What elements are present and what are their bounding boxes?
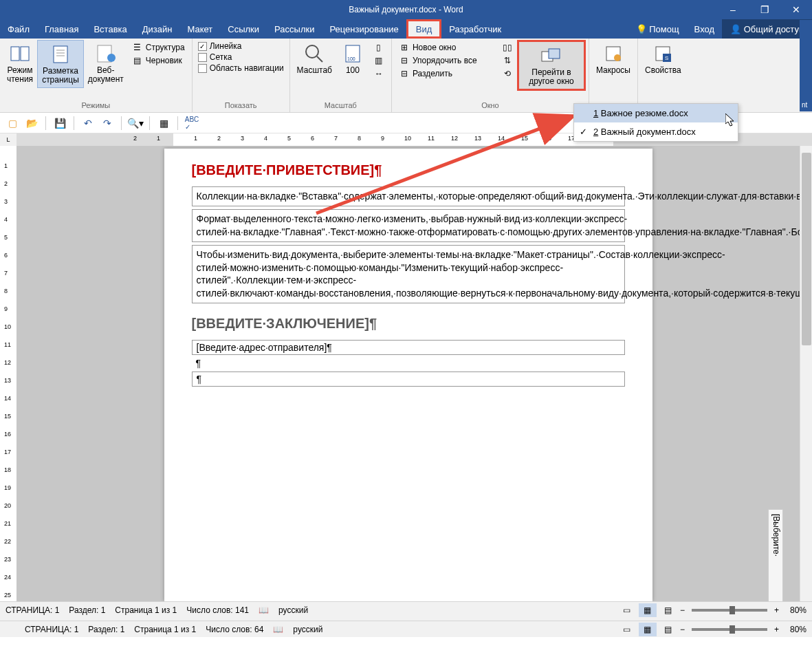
view2-web-button[interactable]: ▤ bbox=[659, 623, 677, 636]
view-web-button[interactable]: ▤ bbox=[659, 603, 677, 617]
menu-login[interactable]: Вход bbox=[687, 19, 722, 39]
qat-new[interactable]: ▢ bbox=[4, 115, 21, 131]
view-print-button[interactable]: ▦ bbox=[639, 603, 657, 617]
zoom-thumb[interactable] bbox=[729, 606, 735, 614]
qat-redo[interactable]: ↷ bbox=[99, 115, 116, 131]
zoom-percent[interactable]: 80% bbox=[790, 605, 806, 615]
menu-mailings[interactable]: Рассылки bbox=[267, 19, 322, 39]
zoom-extra-3[interactable]: ↔ bbox=[372, 67, 386, 80]
sync-icon: ⇅ bbox=[502, 55, 513, 66]
status-section[interactable]: Раздел: 1 bbox=[69, 605, 105, 615]
doc-paragraph-3[interactable]: Чтобы·изменить·вид·документа,·выберите·э… bbox=[192, 245, 625, 304]
reading-mode-button[interactable]: Режим чтения bbox=[3, 40, 37, 87]
zoom2-percent[interactable]: 80% bbox=[790, 625, 806, 634]
structure-button[interactable]: ☰Структура bbox=[131, 41, 186, 54]
view2-read-button[interactable]: ▭ bbox=[618, 623, 636, 636]
switch-window-dropdown: 1 Важное резюме.docx ✓ 2 Важный документ… bbox=[573, 103, 738, 142]
status2-proof-icon[interactable]: 📖 bbox=[273, 625, 283, 634]
svg-rect-13 bbox=[549, 49, 560, 58]
view-read-button[interactable]: ▭ bbox=[618, 603, 636, 617]
zoom-in-button[interactable]: + bbox=[774, 605, 779, 615]
arrange-icon: ⊟ bbox=[399, 55, 410, 66]
dropdown-item-1[interactable]: 1 Важное резюме.docx bbox=[574, 104, 738, 122]
maximize-button[interactable]: ❐ bbox=[749, 0, 780, 19]
zoom-button[interactable]: Масштаб bbox=[293, 40, 336, 78]
split-button[interactable]: ⊟Разделить bbox=[397, 67, 495, 80]
zoom2-out-button[interactable]: − bbox=[680, 625, 685, 634]
zoom-slider[interactable] bbox=[692, 609, 767, 612]
vertical-ruler[interactable]: 1 2 3 4 5 6 7 8 9 10 11 12 13 14 15 16 1… bbox=[0, 146, 17, 601]
reset-pos-button[interactable]: ⟲ bbox=[501, 67, 514, 80]
status2-lang[interactable]: русский bbox=[293, 625, 322, 634]
vertical-scrollbar[interactable] bbox=[800, 146, 812, 601]
menu-insert[interactable]: Вставка bbox=[86, 19, 134, 39]
zoom-out-button[interactable]: − bbox=[680, 605, 685, 615]
menu-home[interactable]: Главная bbox=[37, 19, 86, 39]
doc-paragraph-5[interactable]: ¶ bbox=[192, 356, 625, 370]
close-button[interactable]: ✕ bbox=[780, 0, 812, 19]
zoom-extra-2[interactable]: ▥ bbox=[372, 54, 386, 67]
minimize-button[interactable]: – bbox=[717, 0, 749, 19]
zoom-100-button[interactable]: 100 100 bbox=[336, 40, 369, 78]
menu-layout[interactable]: Макет bbox=[179, 19, 220, 39]
arrange-all-button[interactable]: ⊟Упорядочить все bbox=[397, 54, 495, 67]
zoom2-in-button[interactable]: + bbox=[774, 625, 779, 634]
properties-button[interactable]: S Свойства bbox=[641, 40, 685, 78]
menu-design[interactable]: Дизайн bbox=[135, 19, 180, 39]
status-page-of[interactable]: Страница 1 из 1 bbox=[115, 605, 177, 615]
menu-help[interactable]: 💡 Помощ bbox=[628, 19, 687, 39]
status-lang[interactable]: русский bbox=[278, 605, 308, 615]
menu-developer[interactable]: Разработчик bbox=[441, 19, 509, 39]
draft-button[interactable]: ▤Черновик bbox=[131, 54, 186, 67]
menu-view[interactable]: Вид bbox=[406, 19, 442, 39]
menu-share[interactable]: 👤 Общий доступ bbox=[722, 19, 812, 39]
reset-icon: ⟲ bbox=[502, 68, 513, 79]
status2-page[interactable]: СТРАНИЦА: 1 bbox=[25, 625, 78, 634]
status-proof-icon[interactable]: 📖 bbox=[259, 605, 269, 615]
new-window-button[interactable]: ⊞Новое окно bbox=[397, 41, 495, 54]
checkbox-icon bbox=[198, 53, 207, 62]
scroll-thumb[interactable] bbox=[802, 153, 811, 345]
status-words[interactable]: Число слов: 141 bbox=[186, 605, 249, 615]
multi-page-icon: ▥ bbox=[373, 55, 384, 66]
qat-table[interactable]: ▦ bbox=[155, 115, 172, 131]
grid-checkbox[interactable]: Сетка bbox=[198, 52, 284, 62]
document-page[interactable]: [ВВЕДИТЕ·ПРИВЕТСТВИЕ]¶ Коллекции·на·вкла… bbox=[164, 149, 652, 601]
sync-scroll-button[interactable]: ⇅ bbox=[501, 54, 514, 67]
menu-references[interactable]: Ссылки bbox=[220, 19, 267, 39]
dropdown-item-2[interactable]: ✓ 2 Важный документ.docx bbox=[574, 122, 738, 141]
doc-heading-1[interactable]: [ВВЕДИТЕ·ПРИВЕТСТВИЕ]¶ bbox=[192, 162, 625, 178]
macros-button[interactable]: Макросы bbox=[592, 40, 635, 78]
qat-preview[interactable]: 🔍▾ bbox=[127, 115, 144, 131]
status2-page-of[interactable]: Страница 1 из 1 bbox=[134, 625, 196, 634]
doc-heading-2[interactable]: [ВВЕДИТЕ·ЗАКЛЮЧЕНИЕ]¶ bbox=[192, 316, 625, 332]
doc-paragraph-6[interactable]: ¶ bbox=[192, 371, 625, 387]
qat-save[interactable]: 💾 bbox=[52, 115, 68, 131]
side-tab[interactable]: [Выберите· bbox=[768, 509, 783, 601]
menu-file[interactable]: Файл bbox=[0, 19, 37, 39]
side-by-side-button[interactable]: ▯▯ bbox=[501, 41, 514, 54]
status-page[interactable]: СТРАНИЦА: 1 bbox=[6, 605, 59, 615]
ribbon-group-window: ⊞Новое окно ⊟Упорядочить все ⊟Разделить … bbox=[392, 39, 589, 112]
qat-undo[interactable]: ↶ bbox=[80, 115, 96, 131]
status2-section[interactable]: Раздел: 1 bbox=[88, 625, 124, 634]
new-window-icon: ⊞ bbox=[399, 42, 410, 53]
zoom2-slider[interactable] bbox=[692, 628, 767, 631]
qat-spell[interactable]: ABC✓ bbox=[184, 115, 200, 131]
doc-paragraph-4[interactable]: [Введите·адрес·отправителя]¶ bbox=[192, 340, 625, 355]
menu-review[interactable]: Рецензирование bbox=[322, 19, 406, 39]
switch-window-button[interactable]: Перейти в другое окно bbox=[517, 40, 586, 91]
nav-checkbox[interactable]: Область навигации bbox=[198, 63, 284, 73]
page-layout-button[interactable]: Разметка страницы bbox=[37, 40, 84, 88]
zoom-extra-1[interactable]: ▯ bbox=[372, 41, 386, 54]
view2-print-button[interactable]: ▦ bbox=[639, 623, 657, 636]
page-scroll[interactable]: [ВВЕДИТЕ·ПРИВЕТСТВИЕ]¶ Коллекции·на·вкла… bbox=[17, 146, 800, 601]
zoom2-thumb[interactable] bbox=[729, 625, 735, 634]
doc-paragraph-2[interactable]: Формат·выделенного·текста·можно·легко·из… bbox=[192, 209, 625, 242]
web-layout-button[interactable]: Веб- документ bbox=[84, 40, 128, 87]
doc-paragraph-1[interactable]: Коллекции·на·вкладке·"Вставка"·содержат·… bbox=[192, 186, 625, 206]
qat-open[interactable]: 📂 bbox=[23, 115, 40, 131]
ruler-checkbox[interactable]: ✓Линейка bbox=[198, 41, 284, 51]
status2-words[interactable]: Число слов: 64 bbox=[206, 625, 263, 634]
ribbon-group-modes: Режим чтения Разметка страницы Веб- доку… bbox=[0, 39, 193, 112]
